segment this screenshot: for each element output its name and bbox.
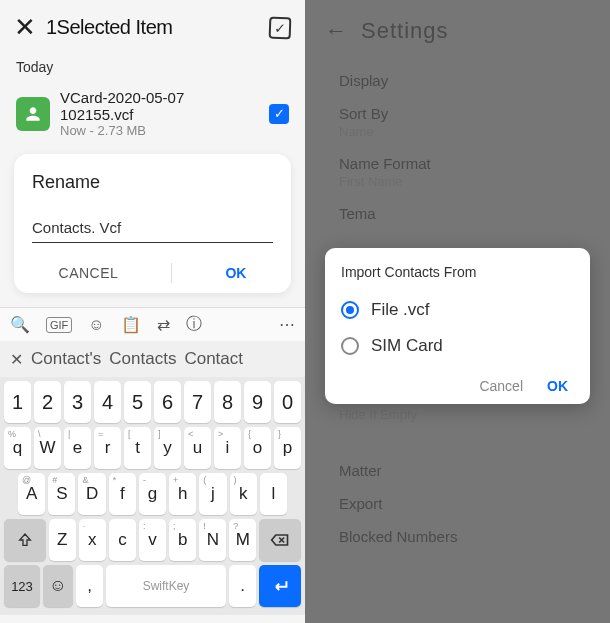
key-7[interactable]: 7 <box>184 381 211 423</box>
suggestion-bar: ✕ Contact's Contacts Contact <box>0 341 305 377</box>
file-checkbox[interactable]: ✓ <box>269 104 289 124</box>
import-option-file[interactable]: File .vcf <box>341 292 574 328</box>
key-4[interactable]: 4 <box>94 381 121 423</box>
key-d[interactable]: &D <box>78 473 105 515</box>
backspace-key[interactable] <box>259 519 301 561</box>
import-dialog: Import Contacts From File .vcf SIM Card … <box>325 248 590 404</box>
file-name: VCard-2020-05-07 102155.vcf <box>60 89 259 123</box>
cancel-button[interactable]: Cancel <box>479 378 523 394</box>
rename-input[interactable] <box>32 213 273 243</box>
key-v[interactable]: :v <box>139 519 166 561</box>
key-t[interactable]: [t <box>124 427 151 469</box>
clipboard-icon[interactable]: 📋 <box>121 315 141 334</box>
select-all-checkbox[interactable] <box>269 16 292 39</box>
key-s[interactable]: #S <box>48 473 75 515</box>
ok-button[interactable]: OK <box>225 265 246 281</box>
key-9[interactable]: 9 <box>244 381 271 423</box>
import-title: Import Contacts From <box>341 264 574 280</box>
key-6[interactable]: 6 <box>154 381 181 423</box>
keyboard: 1234567890 %q\W|e=r[t]y<u>i{o}p @A#S&D*f… <box>0 377 305 615</box>
key-n[interactable]: !N <box>199 519 226 561</box>
import-option-sim[interactable]: SIM Card <box>341 328 574 364</box>
gif-icon[interactable]: GIF <box>46 317 72 333</box>
shift-key[interactable] <box>4 519 46 561</box>
contact-file-icon <box>16 97 50 131</box>
key-k[interactable]: )k <box>230 473 257 515</box>
keyboard-toolbar: 🔍 GIF ☺ 📋 ⇄ ⓘ ⋯ <box>0 307 305 341</box>
key-g[interactable]: -g <box>139 473 166 515</box>
divider <box>171 263 172 283</box>
key-p[interactable]: }p <box>274 427 301 469</box>
more-icon[interactable]: ⋯ <box>279 315 295 334</box>
file-row[interactable]: VCard-2020-05-07 102155.vcf Now - 2.73 M… <box>0 79 305 148</box>
rename-actions: CANCEL OK <box>32 263 273 283</box>
key-b[interactable]: ;b <box>169 519 196 561</box>
numeric-key[interactable]: 123 <box>4 565 40 607</box>
key-u[interactable]: <u <box>184 427 211 469</box>
key-y[interactable]: ]y <box>154 427 181 469</box>
period-key[interactable]: . <box>229 565 256 607</box>
right-panel: ← Settings Display Sort By Name Name For… <box>305 0 610 623</box>
key-w[interactable]: \W <box>34 427 61 469</box>
rename-title: Rename <box>32 172 273 193</box>
left-panel: ✕ 1Selected Item Today VCard-2020-05-07 … <box>0 0 305 623</box>
key-3[interactable]: 3 <box>64 381 91 423</box>
radio-icon <box>341 337 359 355</box>
option-label: File .vcf <box>371 300 430 320</box>
selection-header: ✕ 1Selected Item <box>0 0 305 55</box>
close-icon[interactable]: ✕ <box>14 12 36 43</box>
key-i[interactable]: >i <box>214 427 241 469</box>
sticker-icon[interactable]: ☺ <box>88 316 104 334</box>
option-label: SIM Card <box>371 336 443 356</box>
cancel-button[interactable]: CANCEL <box>59 265 119 281</box>
ok-button[interactable]: OK <box>547 378 568 394</box>
key-c[interactable]: c <box>109 519 136 561</box>
suggestion-3[interactable]: Contact <box>184 349 243 369</box>
key-h[interactable]: +h <box>169 473 196 515</box>
key-z[interactable]: Z <box>49 519 76 561</box>
info-icon[interactable]: ⓘ <box>186 314 202 335</box>
suggestion-2[interactable]: Contacts <box>109 349 176 369</box>
dismiss-suggestions-icon[interactable]: ✕ <box>10 350 23 369</box>
radio-selected-icon <box>341 301 359 319</box>
search-icon[interactable]: 🔍 <box>10 315 30 334</box>
emoji-key[interactable]: ☺ <box>43 565 73 607</box>
key-x[interactable]: ·x <box>79 519 106 561</box>
key-o[interactable]: {o <box>244 427 271 469</box>
enter-key[interactable] <box>259 565 301 607</box>
key-f[interactable]: *f <box>109 473 136 515</box>
space-key[interactable]: SwiftKey <box>106 565 226 607</box>
key-q[interactable]: %q <box>4 427 31 469</box>
key-0[interactable]: 0 <box>274 381 301 423</box>
translate-icon[interactable]: ⇄ <box>157 315 170 334</box>
file-info: VCard-2020-05-07 102155.vcf Now - 2.73 M… <box>60 89 259 138</box>
key-r[interactable]: =r <box>94 427 121 469</box>
group-label-today: Today <box>0 55 305 79</box>
file-meta: Now - 2.73 MB <box>60 123 259 138</box>
suggestion-1[interactable]: Contact's <box>31 349 101 369</box>
key-8[interactable]: 8 <box>214 381 241 423</box>
key-a[interactable]: @A <box>18 473 45 515</box>
key-m[interactable]: ?M <box>229 519 256 561</box>
rename-dialog: Rename CANCEL OK <box>14 154 291 293</box>
import-actions: Cancel OK <box>341 378 574 394</box>
key-l[interactable]: l <box>260 473 287 515</box>
header-title: 1Selected Item <box>46 16 259 39</box>
key-j[interactable]: (j <box>199 473 226 515</box>
key-e[interactable]: |e <box>64 427 91 469</box>
comma-key[interactable]: , <box>76 565 103 607</box>
key-5[interactable]: 5 <box>124 381 151 423</box>
key-1[interactable]: 1 <box>4 381 31 423</box>
key-2[interactable]: 2 <box>34 381 61 423</box>
